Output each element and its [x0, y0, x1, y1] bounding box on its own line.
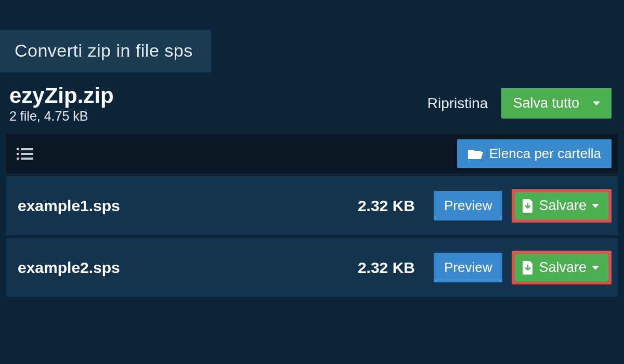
file-download-icon	[522, 199, 534, 213]
caret-down-icon	[592, 204, 599, 208]
save-label: Salvare	[539, 198, 587, 214]
file-name: example2.sps	[18, 259, 348, 277]
file-name: example1.sps	[18, 197, 348, 215]
header-row: ezyZip.zip 2 file, 4.75 kB Ripristina Sa…	[0, 72, 624, 134]
svg-rect-3	[21, 153, 33, 155]
svg-rect-4	[17, 158, 19, 160]
preview-button[interactable]: Preview	[434, 253, 502, 282]
save-all-button[interactable]: Salva tutto	[501, 88, 612, 119]
list-icon[interactable]	[17, 147, 33, 161]
file-row: example2.sps 2.32 KB Preview Salvare	[6, 238, 618, 297]
toolbar: Elenca per cartella	[6, 134, 618, 173]
archive-meta: 2 file, 4.75 kB	[9, 109, 114, 124]
list-by-folder-label: Elenca per cartella	[489, 146, 601, 162]
save-button[interactable]: Salvare	[515, 254, 608, 281]
file-size: 2.32 KB	[358, 197, 415, 215]
tab-title: Converti zip in file sps	[15, 41, 193, 60]
tab-convert[interactable]: Converti zip in file sps	[0, 30, 211, 72]
svg-rect-0	[17, 148, 19, 150]
save-all-label: Salva tutto	[513, 95, 579, 111]
reset-link[interactable]: Ripristina	[427, 95, 488, 112]
save-label: Salvare	[539, 259, 587, 276]
save-highlight: Salvare	[512, 251, 612, 284]
svg-rect-1	[21, 148, 33, 150]
svg-rect-5	[21, 158, 33, 160]
file-download-icon	[522, 261, 534, 275]
caret-down-icon	[592, 266, 599, 270]
list-by-folder-button[interactable]: Elenca per cartella	[457, 139, 612, 168]
save-button[interactable]: Salvare	[515, 192, 608, 219]
archive-filename: ezyZip.zip	[9, 84, 114, 108]
svg-rect-2	[17, 153, 19, 155]
file-size: 2.32 KB	[358, 259, 415, 277]
file-row: example1.sps 2.32 KB Preview Salvare	[6, 176, 618, 235]
file-info: ezyZip.zip 2 file, 4.75 kB	[9, 84, 114, 124]
save-highlight: Salvare	[512, 189, 612, 223]
caret-down-icon	[593, 101, 600, 106]
tab-bar: Converti zip in file sps	[0, 0, 624, 72]
preview-button[interactable]: Preview	[434, 191, 502, 220]
header-actions: Ripristina Salva tutto	[427, 88, 612, 119]
folder-open-icon	[467, 148, 483, 160]
